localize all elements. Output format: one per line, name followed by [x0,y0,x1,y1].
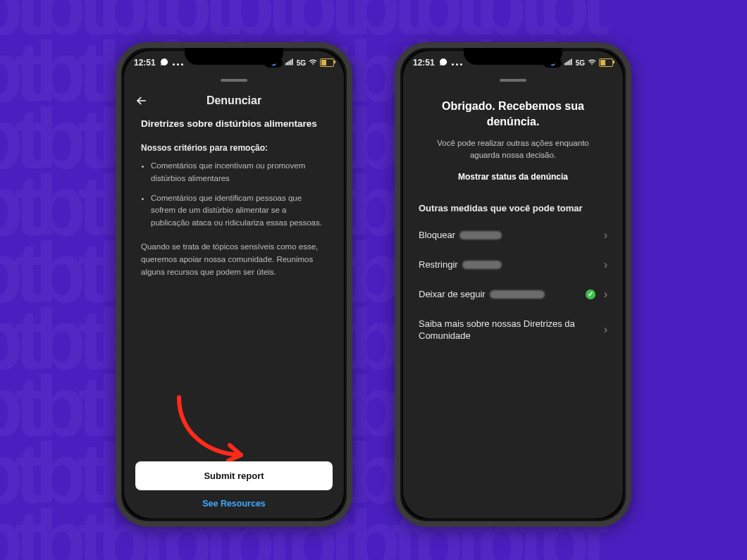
support-paragraph: Quando se trata de tópicos sensíveis com… [141,241,327,278]
phone-screen-left: 12:51 5G [124,51,344,518]
sheet-header: Denunciar [124,89,344,118]
signal-icon [285,58,294,67]
action-restrict-label: Restringir [419,259,458,270]
canvas: btbtbtbtbtbtbtbtbtbt btbtbtbtbtbtbtbtbtb… [0,0,747,560]
chevron-right-icon: › [604,288,607,301]
whatsapp-icon [160,58,168,68]
battery-icon [599,58,613,67]
submit-report-button[interactable]: Submit report [135,461,333,490]
action-block-label: Bloquear [419,230,455,240]
chevron-right-icon: › [604,229,607,242]
annotation-arrow [165,390,257,468]
checkmark-icon: ✓ [586,290,595,299]
other-actions-heading: Outras medidas que você pode tomar [419,203,607,213]
more-icon [173,58,184,68]
battery-icon [320,58,334,67]
svg-rect-7 [564,63,566,66]
criteria-list: Comentários que incentivam ou promovem d… [141,160,327,230]
chevron-right-icon: › [604,323,607,336]
status-time: 12:51 [134,58,156,68]
status-pill-icon [264,58,283,68]
svg-rect-8 [566,62,567,66]
thanks-subtitle: Você pode realizar outras ações enquanto… [427,137,599,162]
phone-frame-right: 12:51 5G [395,42,631,527]
status-bar: 12:51 5G [124,51,344,75]
svg-rect-1 [285,63,287,66]
action-unfollow-label: Deixar de seguir [419,289,486,299]
svg-rect-10 [569,60,570,66]
redacted-username [462,261,502,269]
wifi-icon [309,58,317,67]
svg-rect-9 [567,61,569,66]
action-block-row[interactable]: Bloquear › [419,220,607,250]
redacted-username [459,231,502,239]
phone-screen-right: 12:51 5G [403,51,623,518]
criteria-item: Comentários que identificam pessoas que … [151,192,327,230]
svg-point-6 [549,60,555,66]
criteria-item: Comentários que incentivam ou promovem d… [151,160,327,185]
sheet-title: Denunciar [134,94,334,107]
svg-rect-4 [290,60,291,66]
svg-rect-2 [287,62,288,66]
show-report-status-link[interactable]: Mostrar status da denúncia [403,172,623,182]
wifi-icon [588,58,596,67]
status-bar: 12:51 5G [403,51,623,75]
svg-rect-5 [292,59,293,66]
status-pill-icon [543,58,562,68]
action-unfollow-row[interactable]: Deixar de seguir ✓ › [419,280,607,309]
phone-frame-left: 12:51 5G [116,42,352,527]
see-resources-link[interactable]: See Resources [135,499,333,509]
network-label: 5G [576,59,585,67]
thanks-title: Obrigado. Recebemos sua denúncia. [424,99,602,129]
drag-handle[interactable] [500,79,526,82]
svg-point-0 [270,60,276,66]
redacted-username [490,290,545,299]
action-restrict-row[interactable]: Restringir › [419,250,607,280]
status-time: 12:51 [413,58,435,68]
criteria-heading: Nossos critérios para remoção: [141,143,327,153]
action-guidelines-label: Saiba mais sobre nossas Diretrizes da Co… [419,318,600,342]
more-icon [452,58,463,68]
guidelines-heading: Diretrizes sobre distúrbios alimentares [141,118,327,129]
action-guidelines-row[interactable]: Saiba mais sobre nossas Diretrizes da Co… [419,309,607,351]
signal-icon [564,58,573,67]
drag-handle[interactable] [221,79,247,82]
svg-rect-11 [571,59,572,66]
svg-rect-3 [288,61,290,66]
whatsapp-icon [439,58,447,68]
chevron-right-icon: › [604,259,607,271]
network-label: 5G [297,59,306,67]
